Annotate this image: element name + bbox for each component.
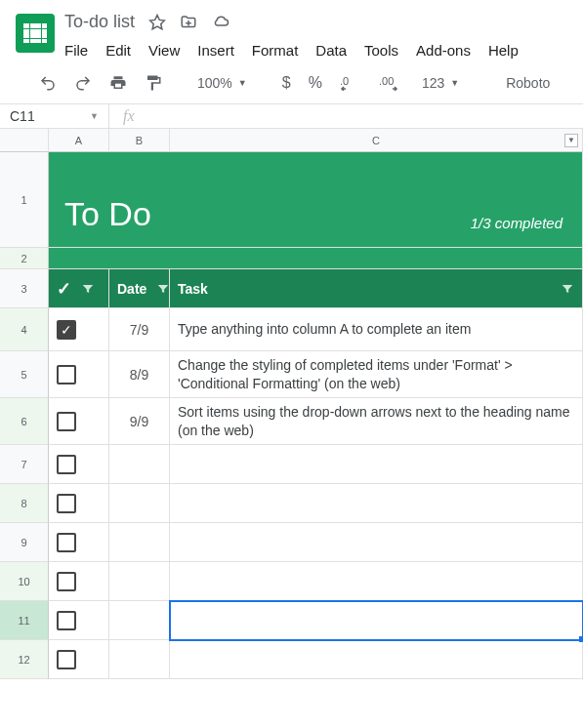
row-header-10[interactable]: 10 bbox=[0, 562, 49, 601]
row-header-7[interactable]: 7 bbox=[0, 445, 49, 484]
checkbox-icon[interactable] bbox=[57, 650, 76, 669]
empty-cell[interactable] bbox=[109, 562, 170, 601]
row-header-12[interactable]: 12 bbox=[0, 640, 49, 679]
selected-cell[interactable] bbox=[170, 601, 583, 640]
menu-file[interactable]: File bbox=[64, 42, 88, 59]
empty-cell[interactable] bbox=[170, 445, 583, 484]
col-header-c[interactable]: C▼ bbox=[170, 129, 583, 152]
task-cell[interactable]: Type anything into column A to complete … bbox=[170, 308, 583, 351]
heading-check[interactable]: ✓ bbox=[49, 269, 109, 308]
checkbox-checked-icon[interactable]: ✓ bbox=[57, 320, 76, 340]
row-header-5[interactable]: 5 bbox=[0, 351, 49, 398]
move-icon[interactable] bbox=[180, 14, 197, 31]
empty-cell[interactable] bbox=[170, 484, 583, 523]
menu-addons[interactable]: Add-ons bbox=[416, 42, 471, 59]
completed-count: 1/3 completed bbox=[471, 215, 562, 231]
empty-cell[interactable] bbox=[109, 484, 170, 523]
checkbox-icon[interactable] bbox=[57, 572, 76, 591]
cloud-icon[interactable] bbox=[211, 14, 230, 31]
row-header-1[interactable]: 1 bbox=[0, 152, 49, 248]
empty-cell[interactable] bbox=[109, 601, 170, 640]
row-header-11[interactable]: 11 bbox=[0, 601, 49, 640]
checkbox-cell[interactable] bbox=[49, 351, 109, 398]
checkbox-cell[interactable] bbox=[49, 398, 109, 445]
todo-hero[interactable]: To Do 1/3 completed bbox=[49, 152, 583, 248]
filter-icon[interactable] bbox=[156, 282, 170, 296]
svg-text:.0: .0 bbox=[340, 75, 349, 87]
row-header-3[interactable]: 3 bbox=[0, 269, 49, 308]
checkbox-icon[interactable] bbox=[57, 455, 76, 474]
checkbox-cell[interactable]: ✓ bbox=[49, 308, 109, 351]
menu-insert[interactable]: Insert bbox=[197, 42, 234, 59]
empty-cell[interactable] bbox=[170, 523, 583, 562]
checkbox-icon[interactable] bbox=[57, 412, 76, 431]
checkbox-cell[interactable] bbox=[49, 523, 109, 562]
paint-format-button[interactable] bbox=[139, 70, 168, 96]
name-box[interactable]: C11▼ bbox=[0, 104, 109, 128]
menu-tools[interactable]: Tools bbox=[364, 42, 398, 59]
select-all-corner[interactable] bbox=[0, 129, 49, 152]
fx-icon: fx bbox=[109, 107, 148, 125]
menu-data[interactable]: Data bbox=[315, 42, 347, 59]
undo-button[interactable] bbox=[33, 70, 62, 96]
currency-button[interactable]: $ bbox=[276, 70, 297, 96]
menu-format[interactable]: Format bbox=[252, 42, 299, 59]
empty-cell[interactable] bbox=[170, 640, 583, 679]
svg-marker-0 bbox=[150, 15, 165, 28]
star-icon[interactable] bbox=[148, 14, 166, 31]
heading-task[interactable]: Task bbox=[170, 269, 583, 308]
svg-text:.00: .00 bbox=[379, 75, 394, 87]
checkbox-cell[interactable] bbox=[49, 445, 109, 484]
checkbox-icon[interactable] bbox=[57, 611, 76, 630]
date-cell[interactable]: 7/9 bbox=[109, 308, 170, 351]
col-header-b[interactable]: B bbox=[109, 129, 170, 152]
checkbox-icon[interactable] bbox=[57, 494, 76, 513]
decrease-decimal-button[interactable]: .0 bbox=[334, 71, 367, 95]
increase-decimal-button[interactable]: .00 bbox=[373, 71, 410, 95]
task-cell[interactable]: Change the styling of completed items un… bbox=[170, 351, 583, 398]
empty-cell[interactable] bbox=[109, 523, 170, 562]
checkbox-cell[interactable] bbox=[49, 562, 109, 601]
date-cell[interactable]: 9/9 bbox=[109, 398, 170, 445]
checkbox-cell[interactable] bbox=[49, 640, 109, 679]
heading-date[interactable]: Date bbox=[109, 269, 170, 308]
row-header-6[interactable]: 6 bbox=[0, 398, 49, 445]
row-header-8[interactable]: 8 bbox=[0, 484, 49, 523]
date-cell[interactable]: 8/9 bbox=[109, 351, 170, 398]
row-header-9[interactable]: 9 bbox=[0, 523, 49, 562]
checkbox-icon[interactable] bbox=[57, 533, 76, 552]
filter-icon[interactable] bbox=[81, 282, 95, 296]
checkbox-icon[interactable] bbox=[57, 365, 76, 384]
percent-button[interactable]: % bbox=[303, 70, 328, 96]
menu-help[interactable]: Help bbox=[488, 42, 519, 59]
green-strip[interactable] bbox=[49, 248, 583, 269]
number-format-select[interactable]: 123▼ bbox=[416, 71, 465, 95]
formula-input[interactable] bbox=[148, 104, 583, 128]
redo-button[interactable] bbox=[68, 70, 98, 96]
row-header-2[interactable]: 2 bbox=[0, 248, 49, 269]
sheets-logo[interactable] bbox=[16, 14, 55, 53]
doc-title[interactable]: To-do list bbox=[64, 12, 135, 32]
font-select[interactable]: Roboto▼ bbox=[488, 71, 583, 95]
row-header-4[interactable]: 4 bbox=[0, 308, 49, 351]
checkbox-cell[interactable] bbox=[49, 601, 109, 640]
filter-icon[interactable] bbox=[561, 282, 574, 296]
menu-edit[interactable]: Edit bbox=[105, 42, 131, 59]
checkbox-cell[interactable] bbox=[49, 484, 109, 523]
todo-title: To Do bbox=[64, 195, 151, 233]
col-dropdown-icon[interactable]: ▼ bbox=[564, 134, 578, 147]
zoom-select[interactable]: 100%▼ bbox=[191, 71, 253, 95]
empty-cell[interactable] bbox=[109, 445, 170, 484]
col-header-a[interactable]: A bbox=[49, 129, 109, 152]
empty-cell[interactable] bbox=[109, 640, 170, 679]
print-button[interactable] bbox=[104, 70, 133, 96]
task-cell[interactable]: Sort items using the drop-down arrows ne… bbox=[170, 398, 583, 445]
menu-view[interactable]: View bbox=[148, 42, 180, 59]
empty-cell[interactable] bbox=[170, 562, 583, 601]
